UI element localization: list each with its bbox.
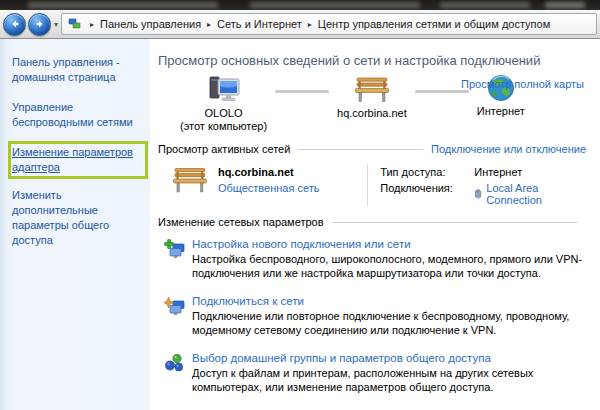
task-icon-wrap [164, 295, 192, 337]
task-homegroup-sharing: Выбор домашней группы и параметров общег… [164, 352, 586, 394]
network-name: hq.corbina.net [218, 166, 367, 178]
window-body: Панель управления - домашняя страница Уп… [0, 39, 600, 410]
sidebar: Панель управления - домашняя страница Уп… [0, 39, 150, 410]
connect-network-icon [164, 296, 185, 317]
task-title-new-connection[interactable]: Настройка нового подключения или сети [192, 238, 586, 250]
blurred-title-text [250, 2, 420, 8]
task-new-connection: Настройка нового подключения или сети На… [164, 238, 586, 280]
divider-line [367, 164, 368, 206]
bench-icon [172, 164, 208, 195]
breadcrumb-network-sharing-center[interactable]: Центр управления сетями и общим доступом [318, 18, 550, 30]
access-type-label: Тип доступа: [380, 166, 464, 178]
active-networks-header-row: Просмотр активных сетей Подключение или … [158, 143, 586, 155]
task-desc: Доступ к файлам и принтерам, расположенн… [192, 367, 586, 394]
back-arrow-icon [9, 18, 21, 30]
breadcrumb-arrow: ▸ [90, 20, 94, 29]
task-text: Подключиться к сети Подключение или повт… [192, 295, 586, 337]
divider-line [332, 222, 578, 223]
map-node-label: hq.corbina.net [337, 107, 407, 120]
page-title: Просмотр основных сведений о сети и наст… [158, 53, 586, 68]
task-desc: Настройка беспроводного, широкополосного… [192, 253, 586, 280]
task-icon-wrap [164, 352, 192, 394]
network-sharing-center-window: ▾ ▸ Панель управления ▸ Сеть и Интернет … [0, 0, 600, 410]
breadcrumb-arrow: ▸ [207, 20, 211, 29]
navigation-bar: ▾ ▸ Панель управления ▸ Сеть и Интернет … [0, 10, 600, 39]
network-settings-header-row: Изменение сетевых параметров [158, 216, 586, 228]
network-details: Тип доступа: Интернет Подключения: Local… [380, 164, 586, 206]
map-node-network[interactable]: hq.corbina.net [337, 74, 407, 120]
sidebar-item-change-adapter-settings[interactable]: Изменение параметров адаптера [12, 145, 144, 175]
task-text: Настройка нового подключения или сети На… [192, 238, 586, 280]
ethernet-connector-icon [474, 188, 482, 200]
breadcrumb-arrow: ▸ [308, 20, 312, 29]
network-settings-tasks: Настройка нового подключения или сети На… [164, 238, 586, 410]
network-map-section: Просмотр полной карты OLOLO [158, 74, 586, 133]
sidebar-item-advanced-sharing-settings[interactable]: Изменить дополнительные параметры общего… [12, 188, 144, 248]
view-full-map-link[interactable]: Просмотр полной карты [461, 78, 584, 90]
map-node-label: OLOLO [205, 107, 243, 120]
task-title-connect-to-network[interactable]: Подключиться к сети [192, 295, 586, 307]
map-connector-line [415, 90, 469, 93]
recent-pages-dropdown[interactable]: ▾ [54, 20, 58, 29]
sidebar-item-manage-wireless[interactable]: Управление беспроводными сетями [12, 100, 144, 130]
map-node-computer[interactable]: OLOLO (этот компьютер) [180, 74, 267, 133]
address-bar[interactable]: ▸ Панель управления ▸ Сеть и Интернет ▸ … [61, 13, 597, 35]
forward-arrow-icon [34, 18, 46, 30]
active-network-card: hq.corbina.net Общественная сеть Тип дос… [172, 164, 586, 206]
active-networks-header: Просмотр активных сетей [158, 143, 290, 155]
network-category-link[interactable]: Общественная сеть [218, 182, 367, 194]
new-connection-icon [164, 239, 185, 260]
breadcrumb-control-panel[interactable]: Панель управления [100, 18, 201, 30]
active-network-identity: hq.corbina.net Общественная сеть [208, 164, 367, 194]
blurred-title-text [440, 2, 530, 8]
network-settings-header: Изменение сетевых параметров [158, 216, 324, 228]
connections-label: Подключения: [380, 182, 464, 206]
map-node-label: Интернет [477, 105, 525, 118]
homegroup-icon [164, 353, 185, 374]
task-connect-to-network: Подключиться к сети Подключение или повт… [164, 295, 586, 337]
task-text: Выбор домашней группы и параметров общег… [192, 352, 586, 394]
back-button[interactable] [3, 13, 26, 36]
access-type-value: Интернет [474, 166, 586, 178]
background-window-strip [0, 0, 600, 10]
connect-disconnect-link[interactable]: Подключение или отключение [431, 143, 586, 155]
connection-name: Local Area Connection [486, 182, 586, 206]
blurred-window-controls [545, 2, 585, 8]
breadcrumb-network-internet[interactable]: Сеть и Интернет [217, 18, 302, 30]
local-area-connection-link[interactable]: Local Area Connection [474, 182, 586, 206]
sidebar-item-control-panel-home[interactable]: Панель управления - домашняя страница [12, 55, 144, 85]
computer-icon [207, 74, 241, 104]
main-content: Просмотр основных сведений о сети и наст… [150, 39, 600, 410]
task-desc: Подключение или повторное подключение к … [192, 310, 586, 337]
map-connector-line [275, 90, 329, 93]
blurred-title-text [28, 2, 218, 8]
divider-line [298, 149, 423, 150]
bench-icon [354, 74, 390, 104]
task-title-homegroup-sharing[interactable]: Выбор домашней группы и параметров общег… [192, 352, 586, 364]
task-icon-wrap [164, 238, 192, 280]
network-center-icon [68, 17, 82, 31]
map-node-sublabel: (этот компьютер) [180, 120, 267, 133]
forward-button[interactable] [28, 13, 51, 36]
